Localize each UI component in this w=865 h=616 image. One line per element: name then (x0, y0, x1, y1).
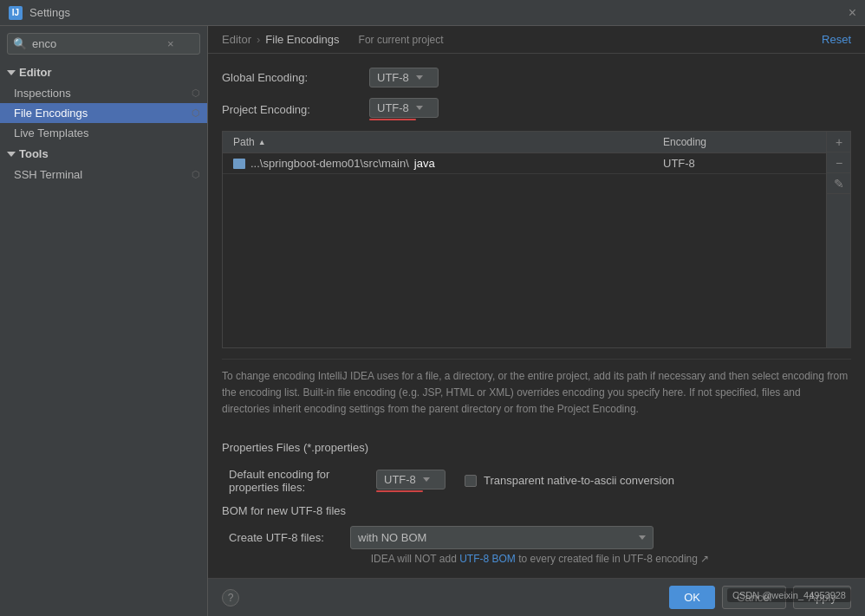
td-path: ...\springboot-demo01\src\main\java (223, 157, 653, 170)
app-icon: IJ (9, 6, 23, 20)
breadcrumb-parent: Editor (222, 33, 251, 46)
sidebar-item-ssh-terminal[interactable]: SSH Terminal ⬡ (0, 165, 207, 185)
title-bar-left: IJ Settings (9, 6, 70, 20)
default-encoding-dropdown[interactable]: UTF-8 (376, 470, 446, 490)
description-text: To change encoding IntelliJ IDEA uses fo… (222, 359, 851, 427)
project-encoding-dropdown[interactable]: UTF-8 (369, 98, 439, 118)
bom-section-title: BOM for new UTF-8 files (222, 504, 851, 517)
copy-icon-2: ⬡ (192, 107, 200, 119)
sidebar-group-editor-label: Editor (19, 66, 52, 79)
breadcrumb: Editor › File Encodings For current proj… (208, 26, 865, 54)
table-empty-area (223, 174, 826, 347)
collapse-icon (7, 70, 16, 75)
sidebar-group-tools-label: Tools (19, 147, 49, 160)
bom-info-text: IDEA will NOT add (371, 553, 457, 565)
collapse-icon-tools (7, 152, 16, 157)
breadcrumb-left: Editor › File Encodings For current proj… (222, 33, 444, 46)
search-clear-button[interactable]: × (167, 37, 174, 50)
copy-icon: ⬡ (192, 88, 200, 99)
sidebar-item-live-templates[interactable]: Live Templates (0, 123, 207, 143)
apply-button[interactable]: Apply (793, 586, 851, 609)
window-title: Settings (29, 6, 70, 19)
properties-section-content: Default encoding for properties files: U… (222, 468, 851, 494)
sidebar-item-file-encodings-label: File Encodings (14, 107, 88, 120)
breadcrumb-current: File Encodings (265, 33, 339, 46)
default-encoding-label: Default encoding for properties files: (229, 468, 367, 494)
bom-content: Create UTF-8 files: with NO BOM IDEA wil… (222, 526, 851, 565)
cancel-button[interactable]: Cancel (722, 586, 786, 609)
path-bold: java (414, 157, 435, 170)
search-bar[interactable]: 🔍 × (7, 33, 200, 55)
bom-info: IDEA will NOT add UTF-8 BOM to every cre… (229, 549, 851, 565)
global-encoding-row: Global Encoding: UTF-8 (222, 68, 851, 88)
breadcrumb-tab[interactable]: For current project (359, 34, 444, 46)
table-header: Path ▲ Encoding (223, 132, 826, 153)
table-row[interactable]: ...\springboot-demo01\src\main\java UTF-… (223, 153, 826, 174)
project-encoding-row: Project Encoding: UTF-8 (222, 98, 851, 120)
bom-dropdown[interactable]: with NO BOM (350, 526, 654, 549)
reset-button[interactable]: Reset (822, 33, 851, 46)
bom-section: BOM for new UTF-8 files Create UTF-8 fil… (222, 504, 851, 565)
project-encoding-arrow (416, 106, 423, 110)
help-button[interactable]: ? (222, 589, 239, 606)
breadcrumb-separator: › (257, 33, 260, 46)
copy-icon-3: ⬡ (192, 169, 200, 180)
search-input[interactable] (32, 37, 162, 50)
table-controls: + − ✎ (826, 132, 850, 347)
sidebar: 🔍 × Editor Inspections ⬡ File Encodings … (0, 26, 208, 616)
global-encoding-label: Global Encoding: (222, 71, 361, 84)
global-encoding-dropdown[interactable]: UTF-8 (369, 68, 439, 88)
folder-icon (233, 159, 245, 169)
close-button[interactable]: × (849, 6, 856, 20)
bom-dropdown-arrow (639, 535, 646, 540)
sidebar-item-ssh-label: SSH Terminal (14, 168, 82, 181)
transparent-label: Transparent native-to-ascii conversion (484, 474, 674, 487)
global-encoding-value: UTF-8 (377, 71, 409, 84)
td-encoding: UTF-8 (653, 157, 826, 170)
bom-field-row: Create UTF-8 files: with NO BOM (229, 526, 851, 549)
settings-panel: Global Encoding: UTF-8 Project Encoding:… (208, 54, 865, 578)
path-text: ...\springboot-demo01\src\main\ (250, 157, 409, 170)
search-icon: 🔍 (13, 37, 27, 50)
remove-row-button[interactable]: − (827, 152, 851, 173)
ok-button[interactable]: OK (669, 586, 715, 609)
sidebar-item-inspections-label: Inspections (14, 87, 71, 100)
properties-section-title-row: Properties Files (*.properties) (222, 438, 851, 457)
bom-info-after: to every created file in UTF-8 encoding … (518, 553, 709, 565)
default-encoding-value: UTF-8 (384, 473, 416, 486)
sidebar-group-editor[interactable]: Editor (0, 62, 207, 83)
transparent-checkbox-row: Transparent native-to-ascii conversion (465, 474, 674, 487)
project-encoding-label: Project Encoding: (222, 103, 361, 116)
add-row-button[interactable]: + (827, 132, 851, 152)
main-container: 🔍 × Editor Inspections ⬡ File Encodings … (0, 26, 865, 616)
sidebar-item-live-templates-label: Live Templates (14, 126, 88, 139)
sort-asc-icon: ▲ (258, 138, 266, 146)
project-encoding-value: UTF-8 (377, 101, 409, 114)
default-encoding-row: Default encoding for properties files: U… (229, 468, 851, 494)
bom-create-label: Create UTF-8 files: (229, 531, 341, 544)
bom-link[interactable]: UTF-8 BOM (459, 553, 516, 565)
encodings-table-wrapper: Path ▲ Encoding ...\springboot-demo01\sr… (222, 131, 851, 348)
default-encoding-arrow (423, 477, 430, 482)
edit-row-button[interactable]: ✎ (827, 173, 851, 194)
transparent-checkbox[interactable] (465, 475, 477, 487)
global-encoding-arrow (416, 75, 423, 80)
th-encoding: Encoding (653, 136, 826, 148)
title-bar: IJ Settings × (0, 0, 865, 26)
content-area: Editor › File Encodings For current proj… (208, 26, 865, 616)
sidebar-item-file-encodings[interactable]: File Encodings ⬡ (0, 103, 207, 123)
bom-dropdown-value: with NO BOM (358, 531, 632, 544)
sidebar-item-inspections[interactable]: Inspections ⬡ (0, 83, 207, 103)
properties-section-title: Properties Files (*.properties) (222, 438, 368, 457)
th-path[interactable]: Path ▲ (223, 136, 653, 148)
bottom-bar: ? OK Cancel Apply (208, 578, 865, 616)
sidebar-group-tools[interactable]: Tools (0, 143, 207, 165)
